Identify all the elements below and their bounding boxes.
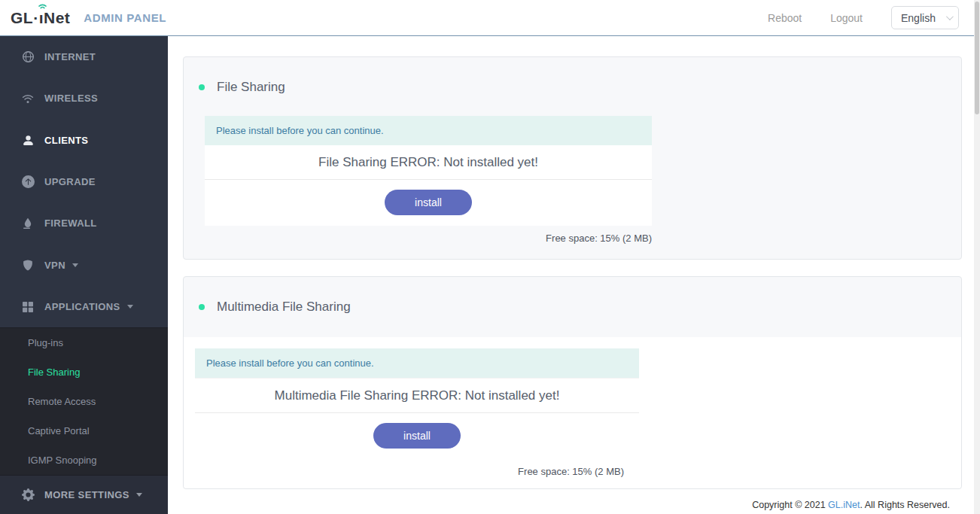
glinet-logo: GL·ıNet	[11, 9, 70, 27]
language-selector[interactable]: English	[891, 6, 959, 29]
submenu-item-remote-access[interactable]: Remote Access	[0, 387, 168, 416]
submenu-item-captive-portal[interactable]: Captive Portal	[0, 416, 168, 446]
caret-down-icon	[136, 493, 142, 497]
reboot-link[interactable]: Reboot	[768, 12, 802, 24]
main-content: File Sharing Please install before you c…	[168, 36, 980, 514]
install-notice-banner: Please install before you can continue.	[205, 116, 652, 145]
free-space-text: Free space: 15% (2 MB)	[195, 466, 639, 477]
sidebar-item-applications[interactable]: APPLICATIONS	[0, 286, 168, 327]
gear-icon	[21, 488, 35, 502]
submenu-item-label: File Sharing	[28, 366, 80, 378]
caret-down-icon	[127, 305, 133, 309]
sidebar-item-label: FIREWALL	[44, 217, 97, 229]
install-button[interactable]: install	[373, 423, 461, 449]
vertical-scrollbar[interactable]	[974, 0, 980, 514]
sidebar-item-label: INTERNET	[44, 51, 96, 62]
multimedia-panel: Please install before you can continue. …	[184, 337, 961, 488]
logo-text-suffix: Net	[44, 9, 70, 27]
user-icon	[21, 133, 35, 147]
firewall-icon	[21, 217, 35, 230]
status-dot-icon	[199, 84, 205, 90]
sidebar-item-clients[interactable]: CLIENTS	[0, 120, 168, 161]
sidebar: INTERNET WIRELESS CLIENTS UPGRADE FIREWA	[0, 36, 168, 514]
sidebar-item-more-settings[interactable]: MORE SETTINGS	[0, 476, 168, 514]
wifi-icon	[21, 92, 35, 105]
sidebar-item-firewall[interactable]: FIREWALL	[0, 202, 168, 244]
sidebar-item-label: UPGRADE	[44, 176, 96, 187]
multimedia-file-sharing-card: Multimedia File Sharing Please install b…	[183, 276, 962, 489]
sidebar-item-upgrade[interactable]: UPGRADE	[0, 161, 168, 202]
error-message: Multimedia File Sharing ERROR: Not insta…	[195, 378, 639, 413]
copyright-prefix: Copyright © 2021	[752, 500, 828, 510]
sidebar-item-label: APPLICATIONS	[44, 301, 120, 312]
copyright-footer: Copyright © 2021 GL.iNet. All Rights Res…	[183, 500, 962, 510]
chevron-down-icon	[946, 13, 954, 20]
submenu-item-file-sharing[interactable]: File Sharing	[0, 357, 168, 387]
install-notice-banner: Please install before you can continue.	[195, 348, 639, 378]
file-sharing-panel: Please install before you can continue. …	[205, 116, 652, 244]
admin-panel-label: ADMIN PANEL	[84, 11, 166, 24]
language-value: English	[901, 12, 936, 24]
sidebar-item-label: CLIENTS	[44, 135, 88, 146]
copyright-suffix: . All Rights Reserved.	[860, 500, 951, 510]
submenu-item-label: IGMP Snooping	[28, 455, 97, 466]
scrollbar-thumb[interactable]	[975, 2, 979, 114]
sidebar-item-wireless[interactable]: WIRELESS	[0, 78, 168, 119]
logo-i-char: ı	[39, 9, 44, 26]
logo-i: ı	[39, 9, 44, 27]
upgrade-icon	[21, 175, 35, 189]
error-message: File Sharing ERROR: Not installed yet!	[205, 145, 652, 180]
sidebar-item-label: MORE SETTINGS	[44, 489, 129, 500]
globe-icon	[21, 50, 35, 64]
logo-wifi-icon	[38, 2, 47, 11]
sidebar-item-internet[interactable]: INTERNET	[0, 36, 168, 78]
caret-down-icon	[72, 263, 78, 267]
submenu-item-igmp-snooping[interactable]: IGMP Snooping	[0, 446, 168, 475]
install-button[interactable]: install	[385, 190, 472, 215]
card-title: Multimedia File Sharing	[217, 300, 351, 315]
header: GL·ıNet ADMIN PANEL Reboot Logout Englis…	[0, 0, 980, 36]
glinet-footer-link[interactable]: GL.iNet	[828, 500, 860, 510]
status-dot-icon	[199, 304, 205, 310]
file-sharing-card: File Sharing Please install before you c…	[183, 56, 962, 260]
card-title: File Sharing	[217, 80, 285, 95]
submenu-item-plugins[interactable]: Plug-ins	[0, 328, 168, 357]
applications-submenu: Plug-ins File Sharing Remote Access Capt…	[0, 327, 168, 476]
free-space-text: Free space: 15% (2 MB)	[205, 233, 652, 244]
submenu-item-label: Captive Portal	[28, 425, 90, 436]
submenu-item-label: Plug-ins	[28, 337, 63, 348]
grid-icon	[21, 300, 35, 314]
sidebar-item-label: WIRELESS	[44, 93, 98, 104]
logout-link[interactable]: Logout	[830, 12, 863, 24]
shield-icon	[21, 258, 35, 272]
sidebar-item-label: VPN	[44, 260, 65, 271]
submenu-item-label: Remote Access	[28, 396, 96, 407]
sidebar-item-vpn[interactable]: VPN	[0, 245, 168, 286]
logo-text-prefix: GL·	[11, 9, 39, 27]
